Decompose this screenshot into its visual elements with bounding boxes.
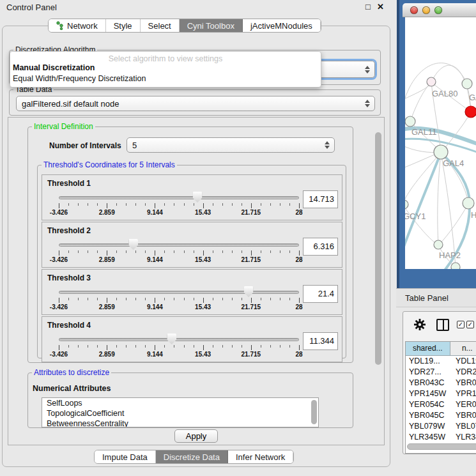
algorithm-hint: Select algorithm to view settings xyxy=(10,52,321,63)
float-window-icon[interactable]: □ xyxy=(365,2,371,12)
list-scrollbar[interactable] xyxy=(311,400,317,424)
settings-scrollpane: Interval Definition Number of Intervals … xyxy=(8,117,385,445)
thresholds-group-title: Threshold's Coordinates for 5 Intervals xyxy=(42,160,177,169)
network-node-label: H xyxy=(471,210,476,220)
table-row[interactable]: YER054C YER05 xyxy=(406,399,476,410)
attribute-list-item[interactable]: BetweennessCentrality xyxy=(42,418,318,427)
cell-name: YPR14 xyxy=(453,388,476,399)
table-row[interactable]: YBL079W YBL07 xyxy=(406,421,476,432)
network-node[interactable] xyxy=(405,116,415,127)
cell-name: YBL07 xyxy=(453,421,476,432)
gear-icon[interactable] xyxy=(413,318,426,332)
combo-stepper-icon xyxy=(365,66,370,73)
checkbox-icon-1[interactable]: ✓ xyxy=(457,321,464,328)
network-graph: GAL80GAGAL11GAL4GCY1HHAP2 xyxy=(405,17,476,269)
network-node[interactable] xyxy=(405,200,408,209)
network-node[interactable] xyxy=(451,263,460,269)
network-edge[interactable] xyxy=(405,82,431,100)
threshold-slider-track[interactable] xyxy=(59,243,299,247)
bottom-tab[interactable]: Discretize Data xyxy=(156,450,228,463)
network-node[interactable] xyxy=(434,145,448,159)
network-icon xyxy=(56,21,64,30)
close-window-icon[interactable]: ✕ xyxy=(377,2,384,12)
network-edge[interactable] xyxy=(405,204,438,245)
table-rows: YDL19... YDL19 YDR27... YDR27 YBR043C YB… xyxy=(406,356,476,447)
network-edge[interactable] xyxy=(405,153,441,254)
zoom-traffic-light[interactable] xyxy=(434,6,442,14)
network-edge[interactable] xyxy=(405,63,467,113)
column-header-shared-name[interactable]: shared... xyxy=(406,342,450,355)
bottom-tab[interactable]: Impute Data xyxy=(95,450,156,463)
threshold-slider-track[interactable] xyxy=(59,196,299,199)
table-panel-header: Table Panel xyxy=(396,288,476,307)
attribute-list-item[interactable]: TopologicalCoefficient xyxy=(42,408,318,418)
attribute-list-item[interactable]: SelfLoops xyxy=(42,398,318,408)
interval-definition-title: Interval Definition xyxy=(32,122,95,131)
table-horizontal-scrollbar[interactable] xyxy=(407,443,476,450)
slider-tick-labels: -3.4262.8599.14415.4321.71528 xyxy=(59,209,299,217)
threshold-value-field[interactable]: 21.4 xyxy=(303,285,338,303)
cell-name: YER05 xyxy=(453,399,476,410)
algorithm-option[interactable]: Equal Width/Frequency Discretization xyxy=(10,73,321,84)
threshold-value-field[interactable]: 11.344 xyxy=(303,332,338,350)
threshold-slider-track[interactable] xyxy=(59,291,299,294)
top-tab[interactable]: Network xyxy=(49,19,106,32)
table-panel-toolbar: ✓ ✓ xyxy=(403,312,476,339)
table-row[interactable]: YLR345W YLR34 xyxy=(406,432,476,443)
cell-shared-name: YPR145W xyxy=(406,388,453,399)
table-data-combobox[interactable]: galFiltered.sif default node xyxy=(16,96,375,111)
table-row[interactable]: YBR043C YBR04 xyxy=(406,378,476,388)
network-edge[interactable] xyxy=(438,153,441,244)
column-header-name[interactable]: n... xyxy=(450,342,476,355)
cell-shared-name: YBL079W xyxy=(406,421,453,432)
slider-thumb[interactable] xyxy=(193,192,203,203)
threshold-value-field[interactable]: 6.316 xyxy=(303,238,338,256)
network-node-label: GAL11 xyxy=(411,127,437,137)
checkbox-icon-2[interactable]: ✓ xyxy=(466,321,474,328)
threshold-slider-track[interactable] xyxy=(59,338,299,341)
threshold-value-field[interactable]: 14.713 xyxy=(303,190,338,208)
table-row[interactable]: YDL19... YDL19 xyxy=(406,356,476,367)
network-node[interactable] xyxy=(465,106,476,118)
network-node[interactable] xyxy=(463,197,474,209)
num-intervals-label: Number of Intervals xyxy=(49,141,121,150)
network-node[interactable] xyxy=(427,77,436,86)
num-intervals-combobox[interactable]: 5 xyxy=(127,137,335,153)
table-data-groupbox: Table Data galFiltered.sif default node xyxy=(9,89,381,116)
cell-shared-name: YER054C xyxy=(406,399,453,410)
top-tab[interactable]: Cyni Toolbox xyxy=(180,19,243,32)
numerical-attributes-list: SelfLoops TopologicalCoefficient Between… xyxy=(42,397,319,427)
bottom-tab-label: Discretize Data xyxy=(164,452,220,462)
columns-icon[interactable] xyxy=(436,319,449,331)
network-node[interactable] xyxy=(434,240,443,249)
top-tab-label: Style xyxy=(114,21,132,31)
table-panel-title: Table Panel xyxy=(405,293,449,303)
algorithm-option[interactable]: Manual Discretization xyxy=(10,63,321,73)
bottom-tab[interactable]: Infer Network xyxy=(228,450,293,463)
minimize-traffic-light[interactable] xyxy=(422,6,430,14)
threshold-label: Threshold 2 xyxy=(47,226,91,235)
slider-thumb[interactable] xyxy=(167,334,176,344)
network-edge[interactable] xyxy=(410,82,431,121)
threshold-panel: Threshold 4 -3.4262.8599.14415.4321.7152… xyxy=(42,316,342,362)
bottom-tab-label: Infer Network xyxy=(236,452,285,462)
settings-scrollbar[interactable] xyxy=(375,132,381,365)
slider-thumb[interactable] xyxy=(128,239,138,250)
cell-name: YDR27 xyxy=(453,367,476,378)
close-traffic-light[interactable] xyxy=(410,6,418,14)
apply-button[interactable]: Apply xyxy=(174,429,218,443)
top-tab-label: jActiveMNodules xyxy=(250,21,312,31)
top-tab[interactable]: Select xyxy=(141,19,180,32)
table-row[interactable]: YPR145W YPR14 xyxy=(406,388,476,399)
network-view-canvas[interactable]: GAL80GAGAL11GAL4GCY1HHAP2 xyxy=(405,17,476,269)
top-tab[interactable]: jActiveMNodules xyxy=(243,19,321,32)
top-tab[interactable]: Style xyxy=(106,19,141,32)
network-node[interactable] xyxy=(462,79,472,89)
table-row[interactable]: YDR27... YDR27 xyxy=(406,367,476,378)
bottom-tab-label: Impute Data xyxy=(102,452,148,462)
table-row[interactable]: YBR045C YBR04 xyxy=(406,410,476,421)
algorithm-dropdown-popup: Select algorithm to view settings Manual… xyxy=(10,51,321,88)
control-panel-titlebar: Control Panel □ ✕ xyxy=(0,0,396,15)
slider-ticks xyxy=(59,345,299,351)
slider-thumb[interactable] xyxy=(244,286,254,297)
